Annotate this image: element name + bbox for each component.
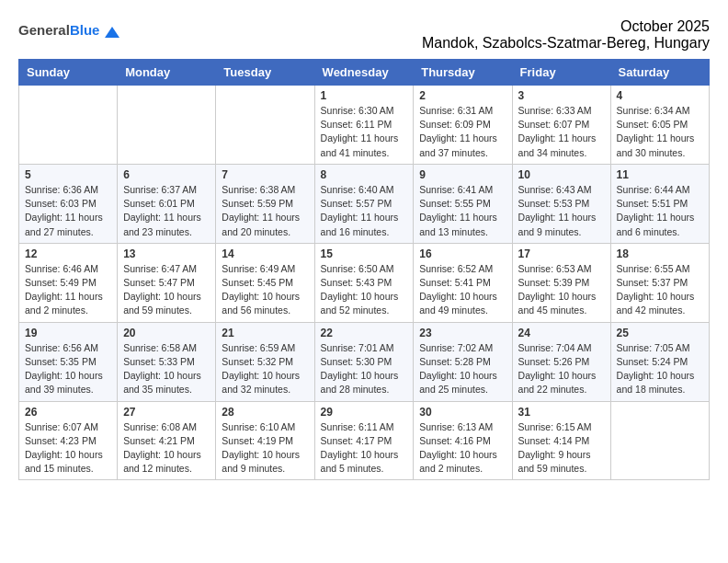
day-info: Sunrise: 7:05 AMSunset: 5:24 PMDaylight:…	[617, 341, 703, 397]
day-number: 7	[222, 168, 308, 181]
day-number: 4	[617, 89, 703, 102]
col-sunday: Sunday	[19, 60, 118, 86]
day-number: 20	[123, 327, 210, 339]
col-thursday: Thursday	[414, 60, 512, 86]
day-info: Sunrise: 6:37 AMSunset: 6:01 PMDaylight:…	[123, 183, 210, 239]
day-info: Sunrise: 6:43 AMSunset: 5:53 PMDaylight:…	[518, 183, 605, 239]
day-info: Sunrise: 6:40 AMSunset: 5:57 PMDaylight:…	[321, 183, 408, 239]
day-info: Sunrise: 6:53 AMSunset: 5:39 PMDaylight:…	[518, 262, 605, 318]
col-tuesday: Tuesday	[216, 60, 314, 86]
day-info: Sunrise: 6:55 AMSunset: 5:37 PMDaylight:…	[617, 262, 703, 318]
table-row: 6Sunrise: 6:37 AMSunset: 6:01 PMDaylight…	[118, 164, 216, 243]
table-row: 17Sunrise: 6:53 AMSunset: 5:39 PMDayligh…	[512, 243, 610, 322]
day-number: 25	[617, 327, 703, 339]
calendar-week-row: 5Sunrise: 6:36 AMSunset: 6:03 PMDaylight…	[19, 164, 710, 243]
col-saturday: Saturday	[610, 60, 709, 86]
day-info: Sunrise: 6:38 AMSunset: 5:59 PMDaylight:…	[222, 183, 308, 239]
day-info: Sunrise: 6:44 AMSunset: 5:51 PMDaylight:…	[617, 183, 703, 239]
table-row: 18Sunrise: 6:55 AMSunset: 5:37 PMDayligh…	[610, 243, 709, 322]
day-info: Sunrise: 6:47 AMSunset: 5:47 PMDaylight:…	[123, 262, 210, 318]
day-number: 5	[25, 168, 111, 181]
table-row: 28Sunrise: 6:10 AMSunset: 4:19 PMDayligh…	[216, 401, 314, 480]
day-info: Sunrise: 7:01 AMSunset: 5:30 PMDaylight:…	[321, 341, 408, 397]
day-number: 22	[321, 327, 408, 339]
day-info: Sunrise: 6:56 AMSunset: 5:35 PMDaylight:…	[25, 341, 111, 397]
table-row: 23Sunrise: 7:02 AMSunset: 5:28 PMDayligh…	[414, 322, 512, 401]
day-info: Sunrise: 6:50 AMSunset: 5:43 PMDaylight:…	[321, 262, 408, 318]
day-number: 24	[518, 327, 605, 339]
day-number: 31	[518, 406, 605, 419]
day-info: Sunrise: 6:52 AMSunset: 5:41 PMDaylight:…	[419, 262, 506, 318]
table-row: 4Sunrise: 6:34 AMSunset: 6:05 PMDaylight…	[610, 86, 709, 165]
day-info: Sunrise: 6:10 AMSunset: 4:19 PMDaylight:…	[222, 420, 308, 477]
day-number: 29	[321, 406, 408, 419]
calendar-header-row: Sunday Monday Tuesday Wednesday Thursday…	[19, 60, 710, 86]
day-info: Sunrise: 6:30 AMSunset: 6:11 PMDaylight:…	[321, 104, 408, 160]
calendar-week-row: 26Sunrise: 6:07 AMSunset: 4:23 PMDayligh…	[19, 401, 710, 480]
day-number: 16	[419, 247, 506, 260]
logo-blue: Blue	[70, 22, 100, 38]
table-row	[118, 86, 216, 165]
table-row: 30Sunrise: 6:13 AMSunset: 4:16 PMDayligh…	[414, 401, 512, 480]
day-number: 28	[222, 406, 308, 419]
day-info: Sunrise: 6:58 AMSunset: 5:33 PMDaylight:…	[123, 341, 210, 397]
table-row: 27Sunrise: 6:08 AMSunset: 4:21 PMDayligh…	[118, 401, 216, 480]
day-info: Sunrise: 6:13 AMSunset: 4:16 PMDaylight:…	[419, 420, 506, 477]
table-row: 25Sunrise: 7:05 AMSunset: 5:24 PMDayligh…	[610, 322, 709, 401]
day-number: 23	[419, 327, 506, 339]
table-row: 16Sunrise: 6:52 AMSunset: 5:41 PMDayligh…	[414, 243, 512, 322]
day-number: 27	[123, 406, 210, 419]
location-subtitle: Mandok, Szabolcs-Szatmar-Bereg, Hungary	[18, 35, 710, 52]
day-info: Sunrise: 7:04 AMSunset: 5:26 PMDaylight:…	[518, 341, 605, 397]
day-number: 30	[419, 406, 506, 419]
table-row: 26Sunrise: 6:07 AMSunset: 4:23 PMDayligh…	[19, 401, 118, 480]
day-number: 2	[419, 89, 506, 102]
day-number: 21	[222, 327, 308, 339]
day-info: Sunrise: 6:08 AMSunset: 4:21 PMDaylight:…	[123, 420, 210, 477]
day-number: 13	[123, 247, 210, 260]
calendar-table: Sunday Monday Tuesday Wednesday Thursday…	[18, 59, 710, 480]
day-number: 3	[518, 89, 605, 102]
table-row: 11Sunrise: 6:44 AMSunset: 5:51 PMDayligh…	[610, 164, 709, 243]
table-row: 15Sunrise: 6:50 AMSunset: 5:43 PMDayligh…	[314, 243, 414, 322]
table-row: 9Sunrise: 6:41 AMSunset: 5:55 PMDaylight…	[414, 164, 512, 243]
day-number: 14	[222, 247, 308, 260]
day-number: 15	[321, 247, 408, 260]
table-row: 1Sunrise: 6:30 AMSunset: 6:11 PMDaylight…	[314, 86, 414, 165]
col-friday: Friday	[512, 60, 610, 86]
day-info: Sunrise: 6:33 AMSunset: 6:07 PMDaylight:…	[518, 104, 605, 160]
day-info: Sunrise: 6:46 AMSunset: 5:49 PMDaylight:…	[25, 262, 111, 318]
day-number: 8	[321, 168, 408, 181]
day-info: Sunrise: 6:59 AMSunset: 5:32 PMDaylight:…	[222, 341, 308, 397]
table-row: 21Sunrise: 6:59 AMSunset: 5:32 PMDayligh…	[216, 322, 314, 401]
month-year-title: October 2025	[18, 18, 710, 35]
day-info: Sunrise: 6:49 AMSunset: 5:45 PMDaylight:…	[222, 262, 308, 318]
table-row: 3Sunrise: 6:33 AMSunset: 6:07 PMDaylight…	[512, 86, 610, 165]
day-number: 12	[25, 247, 111, 260]
day-number: 11	[617, 168, 703, 181]
table-row	[216, 86, 314, 165]
day-number: 26	[25, 406, 111, 419]
logo-general: General	[18, 22, 70, 38]
logo: GeneralBlue	[18, 22, 119, 43]
day-number: 9	[419, 168, 506, 181]
table-row: 22Sunrise: 7:01 AMSunset: 5:30 PMDayligh…	[314, 322, 414, 401]
col-wednesday: Wednesday	[314, 60, 414, 86]
table-row: 8Sunrise: 6:40 AMSunset: 5:57 PMDaylight…	[314, 164, 414, 243]
day-info: Sunrise: 6:15 AMSunset: 4:14 PMDaylight:…	[518, 420, 605, 477]
day-number: 17	[518, 247, 605, 260]
day-info: Sunrise: 7:02 AMSunset: 5:28 PMDaylight:…	[419, 341, 506, 397]
day-info: Sunrise: 6:36 AMSunset: 6:03 PMDaylight:…	[25, 183, 111, 239]
logo-icon	[105, 25, 119, 40]
day-info: Sunrise: 6:31 AMSunset: 6:09 PMDaylight:…	[419, 104, 506, 160]
table-row: 2Sunrise: 6:31 AMSunset: 6:09 PMDaylight…	[414, 86, 512, 165]
day-info: Sunrise: 6:07 AMSunset: 4:23 PMDaylight:…	[25, 420, 111, 477]
day-number: 19	[25, 327, 111, 339]
table-row	[19, 86, 118, 165]
day-number: 6	[123, 168, 210, 181]
page-header: GeneralBlue October 2025 Mandok, Szabolc…	[18, 18, 710, 52]
table-row	[610, 401, 709, 480]
table-row: 10Sunrise: 6:43 AMSunset: 5:53 PMDayligh…	[512, 164, 610, 243]
table-row: 24Sunrise: 7:04 AMSunset: 5:26 PMDayligh…	[512, 322, 610, 401]
calendar-week-row: 12Sunrise: 6:46 AMSunset: 5:49 PMDayligh…	[19, 243, 710, 322]
